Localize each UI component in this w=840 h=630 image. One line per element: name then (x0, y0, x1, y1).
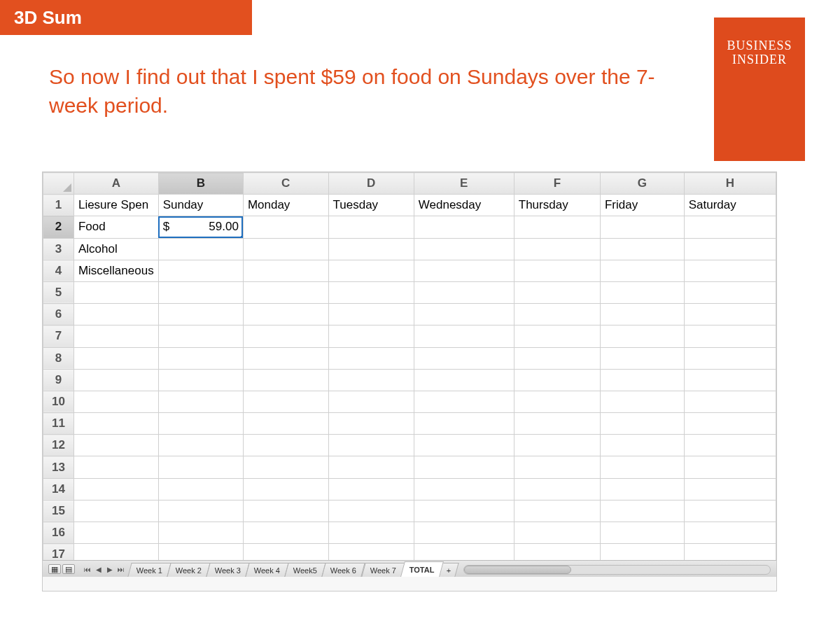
row-header-4[interactable]: 4 (43, 260, 74, 281)
cell-A11[interactable] (74, 413, 158, 435)
cell-H6[interactable] (684, 304, 776, 326)
cell-F17[interactable] (514, 544, 600, 560)
cell-B2[interactable]: $ 59.00 (158, 216, 243, 238)
tab-nav-last-icon[interactable]: ⏭ (115, 564, 127, 575)
cell-C15[interactable] (243, 500, 328, 522)
cell-C8[interactable] (243, 347, 328, 369)
row-header-11[interactable]: 11 (43, 413, 74, 435)
cell-E17[interactable] (414, 544, 514, 560)
tab-nav-next-icon[interactable]: ▶ (104, 564, 115, 575)
row-header-7[interactable]: 7 (43, 326, 74, 347)
cell-F2[interactable] (514, 216, 600, 238)
cell-E13[interactable] (414, 456, 514, 478)
cell-H14[interactable] (684, 478, 776, 500)
cell-C5[interactable] (243, 281, 328, 303)
cell-D11[interactable] (328, 413, 414, 435)
row-header-2[interactable]: 2 (43, 216, 74, 238)
cell-H13[interactable] (684, 456, 776, 478)
cell-G7[interactable] (600, 326, 684, 347)
row-header-9[interactable]: 9 (43, 369, 74, 391)
cell-F11[interactable] (514, 413, 600, 435)
cell-G15[interactable] (600, 500, 684, 522)
cell-C9[interactable] (243, 369, 328, 391)
cell-E4[interactable] (414, 260, 514, 281)
cell-C2[interactable] (243, 216, 328, 238)
cell-B11[interactable] (158, 413, 243, 435)
cell-G14[interactable] (600, 478, 684, 500)
cell-A17[interactable] (74, 544, 158, 560)
sheet-tab-week4[interactable]: Week 4 (246, 563, 289, 577)
cell-B3[interactable] (158, 238, 243, 260)
cell-G6[interactable] (600, 304, 684, 326)
cell-G13[interactable] (600, 456, 684, 478)
cell-C10[interactable] (243, 391, 328, 412)
cell-E6[interactable] (414, 304, 514, 326)
cell-E8[interactable] (414, 347, 514, 369)
row-header-17[interactable]: 17 (43, 544, 74, 560)
cell-D17[interactable] (328, 544, 414, 560)
cell-F12[interactable] (514, 435, 600, 456)
cell-C12[interactable] (243, 435, 328, 456)
grid-area[interactable]: A B C D E F G H 1 Liesure Spen Sunday Mo… (43, 172, 776, 560)
cell-E15[interactable] (414, 500, 514, 522)
cell-G2[interactable] (600, 216, 684, 238)
cell-E5[interactable] (414, 281, 514, 303)
cell-C11[interactable] (243, 413, 328, 435)
cell-B12[interactable] (158, 435, 243, 456)
cell-A4[interactable]: Miscellaneous (74, 260, 158, 281)
cell-D1[interactable]: Tuesday (328, 195, 414, 216)
cell-E9[interactable] (414, 369, 514, 391)
cell-C14[interactable] (243, 478, 328, 500)
cell-D7[interactable] (328, 326, 414, 347)
cell-A9[interactable] (74, 369, 158, 391)
cell-F7[interactable] (514, 326, 600, 347)
cell-A12[interactable] (74, 435, 158, 456)
cell-B1[interactable]: Sunday (158, 195, 243, 216)
cell-B17[interactable] (158, 544, 243, 560)
cell-G1[interactable]: Friday (600, 195, 684, 216)
cell-F9[interactable] (514, 369, 600, 391)
col-header-A[interactable]: A (74, 173, 158, 195)
cell-B15[interactable] (158, 500, 243, 522)
cell-E3[interactable] (414, 238, 514, 260)
cell-F6[interactable] (514, 304, 600, 326)
cell-C6[interactable] (243, 304, 328, 326)
cell-A1[interactable]: Liesure Spen (74, 195, 158, 216)
col-header-C[interactable]: C (243, 173, 328, 195)
cell-D9[interactable] (328, 369, 414, 391)
cell-F13[interactable] (514, 456, 600, 478)
cell-F15[interactable] (514, 500, 600, 522)
col-header-D[interactable]: D (328, 173, 414, 195)
cell-F1[interactable]: Thursday (514, 195, 600, 216)
cell-C17[interactable] (243, 544, 328, 560)
cell-F14[interactable] (514, 478, 600, 500)
cell-A16[interactable] (74, 522, 158, 544)
cell-E11[interactable] (414, 413, 514, 435)
sheet-tab-week1[interactable]: Week 1 (127, 563, 171, 577)
cell-A13[interactable] (74, 456, 158, 478)
cell-D16[interactable] (328, 522, 414, 544)
cell-D13[interactable] (328, 456, 414, 478)
cell-A2[interactable]: Food (74, 216, 158, 238)
col-header-B[interactable]: B (158, 173, 243, 195)
scrollbar-thumb[interactable] (464, 566, 571, 574)
col-header-H[interactable]: H (684, 173, 776, 195)
cell-G9[interactable] (600, 369, 684, 391)
row-header-12[interactable]: 12 (43, 435, 74, 456)
col-header-G[interactable]: G (600, 173, 684, 195)
cell-B10[interactable] (158, 391, 243, 412)
cell-C1[interactable]: Monday (243, 195, 328, 216)
cell-B8[interactable] (158, 347, 243, 369)
cell-H3[interactable] (684, 238, 776, 260)
cell-F4[interactable] (514, 260, 600, 281)
sheet-tab-week7[interactable]: Week 7 (361, 563, 405, 577)
cell-D2[interactable] (328, 216, 414, 238)
cell-A10[interactable] (74, 391, 158, 412)
cell-G16[interactable] (600, 522, 684, 544)
cell-A15[interactable] (74, 500, 158, 522)
cell-H17[interactable] (684, 544, 776, 560)
sheet-tab-week2[interactable]: Week 2 (167, 563, 210, 577)
horizontal-scrollbar[interactable] (463, 565, 771, 575)
tab-nav-prev-icon[interactable]: ◀ (93, 564, 104, 575)
cell-G12[interactable] (600, 435, 684, 456)
